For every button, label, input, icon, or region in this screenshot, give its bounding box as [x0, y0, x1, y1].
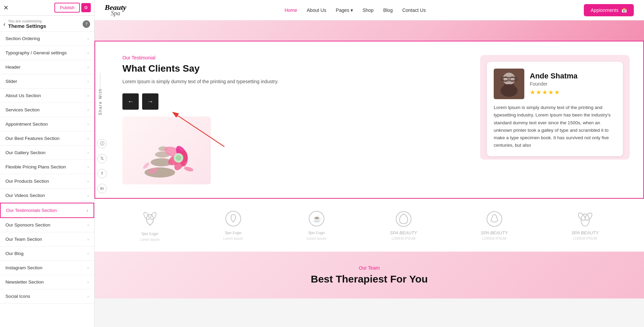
- sponsors-strip: Spa Logo Lorem Ipsum Spa Logo Lorem Ipsu…: [95, 199, 644, 252]
- back-button[interactable]: ‹: [3, 21, 5, 28]
- sponsor-logo-3: ☕ Spa Logo Lorem Ipsum: [307, 210, 326, 240]
- sidebar-item-sponsors-section[interactable]: Our Sponsors Section›: [0, 218, 94, 232]
- sidebar-item-best-features-section[interactable]: Our Best Features Section›: [0, 131, 94, 146]
- testimonial-section-label: Our Testimonial: [122, 55, 467, 60]
- linkedin-side-icon[interactable]: in: [97, 184, 107, 193]
- svg-point-25: [142, 212, 150, 221]
- sidebar-item-blog[interactable]: Our Blog›: [0, 247, 94, 261]
- testimonial-title: What Clients Say: [122, 63, 467, 74]
- testimonial-card: Ande Shatma Founder ★★★★★ Lorem Ipsum is…: [487, 62, 623, 156]
- sponsor-name-3: Spa Logo: [308, 230, 325, 235]
- svg-point-13: [142, 162, 150, 170]
- social-icons-side: ⓘ 𝕏 f in: [95, 135, 109, 197]
- customizing-small-text: You are customizing: [8, 19, 46, 23]
- twitter-side-icon[interactable]: 𝕏: [97, 154, 107, 163]
- sidebar-item-team-section[interactable]: Our Team Section›: [0, 232, 94, 247]
- appointment-button-label: Appionments: [591, 7, 618, 13]
- top-navbar: Beauty Spa Home About Us Pages ▾ Shop Bl…: [95, 0, 644, 20]
- svg-text:☕: ☕: [313, 215, 321, 223]
- sponsor-sub-4: LOREM IPSUM: [392, 237, 416, 240]
- calendar-icon: 📅: [621, 7, 627, 13]
- sponsor-icon-5: [486, 211, 503, 229]
- team-section: Our Team Best Therapiest For You: [95, 252, 644, 298]
- help-button[interactable]: ?: [83, 20, 90, 28]
- svg-point-12: [184, 166, 194, 172]
- sidebar-item-products-section[interactable]: Our Products Section›: [0, 174, 94, 188]
- sidebar-item-videos-section[interactable]: Our Videos Section›: [0, 188, 94, 203]
- sidebar-item-instagram-section[interactable]: Instagram Section›: [0, 261, 94, 275]
- sponsor-name-2: Spa Logo: [225, 230, 241, 235]
- pink-banner: [95, 20, 644, 41]
- svg-point-10: [176, 155, 181, 161]
- prev-arrow-button[interactable]: ←: [122, 93, 139, 110]
- sidebar-item-typography-settings[interactable]: Typography / General settings›: [0, 46, 94, 60]
- gear-button[interactable]: ⚙: [81, 3, 91, 12]
- nav-link-about[interactable]: About Us: [307, 7, 326, 13]
- sidebar-item-header[interactable]: Header›: [0, 60, 94, 74]
- svg-point-32: [487, 212, 502, 226]
- card-stars: ★★★★★: [530, 89, 578, 96]
- publish-button[interactable]: Publish: [54, 3, 80, 13]
- main-content: Beauty Spa Home About Us Pages ▾ Shop Bl…: [95, 0, 644, 327]
- theme-settings-title: Theme Settings: [8, 23, 46, 29]
- sponsor-name-6: SPA BEAUTY: [571, 230, 598, 235]
- sponsor-sub-2: Lorem Ipsum: [223, 237, 243, 240]
- close-button[interactable]: ✕: [3, 4, 9, 12]
- sponsor-icon-1: [141, 209, 158, 230]
- appointment-button[interactable]: Appionments 📅: [584, 4, 634, 16]
- nav-link-shop[interactable]: Shop: [362, 7, 374, 13]
- sponsor-name-4: SPA BEAUTY: [390, 230, 417, 235]
- sidebar-top-bar: ✕ Publish ⚙: [0, 0, 94, 16]
- sponsor-icon-6: [577, 211, 594, 229]
- svg-point-28: [226, 211, 241, 226]
- sponsor-logo-1: Spa Logo Lorem Ipsum: [140, 209, 159, 241]
- card-avatar: [494, 69, 524, 99]
- next-arrow-button[interactable]: →: [142, 93, 158, 110]
- instagram-side-icon[interactable]: ⓘ: [97, 139, 107, 148]
- card-body: Lorem Ipsum is simply dummy text of the …: [494, 104, 616, 149]
- sponsor-name-5: SPA BEAUTY: [481, 230, 508, 235]
- sponsor-logo-4: SPA BEAUTY LOREM IPSUM: [390, 211, 417, 240]
- sponsor-sub-1: Lorem Ipsum: [140, 238, 159, 241]
- sidebar-item-social-icons[interactable]: Social Icons›: [0, 289, 94, 304]
- customizing-bar: ‹ You are customizing Theme Settings ?: [0, 16, 94, 32]
- sidebar-item-gallery-section[interactable]: Our Gallery Section›: [0, 146, 94, 160]
- sidebar-item-section-ordering[interactable]: Section Ordering›: [0, 32, 94, 46]
- sponsor-icon-4: [395, 211, 412, 229]
- sponsor-logo-2: Spa Logo Lorem Ipsum: [223, 210, 243, 240]
- nav-link-blog[interactable]: Blog: [383, 7, 393, 13]
- sponsor-icon-3: ☕: [308, 210, 325, 229]
- sponsor-logo-6: SPA BEAUTY LOREM IPSUM: [571, 211, 598, 240]
- sponsor-sub-3: Lorem Ipsum: [307, 237, 326, 240]
- nav-link-contact[interactable]: Contact Us: [402, 7, 426, 13]
- facebook-side-icon[interactable]: f: [97, 169, 107, 178]
- sponsor-name-1: Spa Logo: [141, 231, 158, 236]
- svg-point-26: [149, 212, 157, 221]
- sidebar: ✕ Publish ⚙ ‹ You are customizing Theme …: [0, 0, 95, 327]
- nav-arrows: ← →: [122, 93, 467, 110]
- sponsor-icon-2: [225, 210, 242, 229]
- sidebar-item-slider[interactable]: Slider›: [0, 74, 94, 89]
- sidebar-item-testimonials-section[interactable]: Our Testimonials Section›: [0, 203, 94, 218]
- sponsor-sub-6: LOREM IPSUM: [573, 237, 597, 240]
- testimonial-section: Share With ⓘ 𝕏 f in Our Testimonial What…: [95, 41, 644, 199]
- sidebar-menu: Section Ordering›Typography / General se…: [0, 32, 94, 327]
- nav-link-pages[interactable]: Pages ▾: [336, 7, 353, 13]
- brand-logo: Beauty Spa: [105, 3, 126, 17]
- card-role: Founder: [530, 81, 578, 87]
- team-title: Best Therapiest For You: [108, 273, 630, 285]
- svg-point-17: [503, 73, 515, 85]
- sidebar-item-pricing-section[interactable]: Flexible Pricing Plans Section›: [0, 160, 94, 174]
- team-label: Our Team: [108, 265, 630, 271]
- card-name: Ande Shatma: [530, 72, 578, 80]
- sidebar-item-newsletter-section[interactable]: Newsletter Section›: [0, 275, 94, 289]
- testimonial-left: Our Testimonial What Clients Say Lorem I…: [112, 55, 467, 184]
- sponsor-sub-5: LOREM IPSUM: [482, 237, 506, 240]
- sidebar-item-appointment-section[interactable]: Appointment Section›: [0, 117, 94, 131]
- nav-link-home[interactable]: Home: [285, 7, 297, 13]
- sidebar-item-about-us-section[interactable]: About Us Section›: [0, 89, 94, 103]
- share-with-label: Share With: [98, 88, 103, 115]
- sponsor-logo-5: SPA BEAUTY LOREM IPSUM: [481, 211, 508, 240]
- sidebar-item-services-section[interactable]: Services Section›: [0, 103, 94, 117]
- svg-rect-23: [504, 84, 514, 91]
